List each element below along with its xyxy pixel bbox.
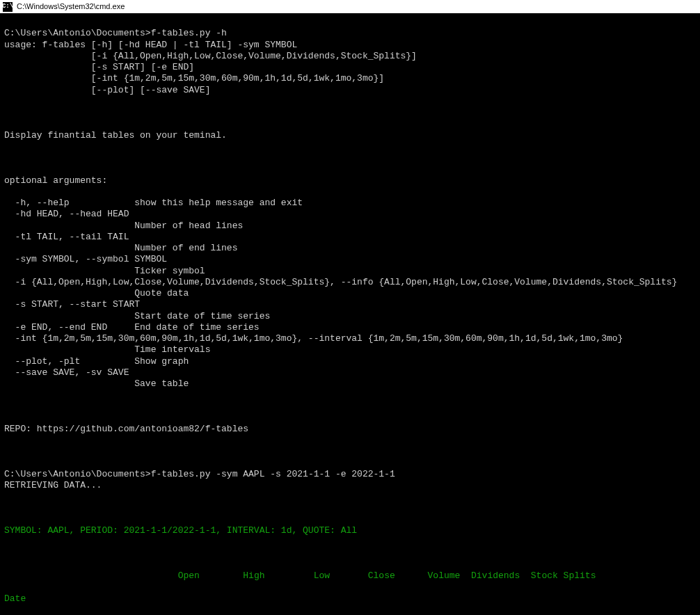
summary-line: SYMBOL: AAPL, PERIOD: 2021-1-1/2022-1-1,… (4, 525, 696, 536)
usage-block: usage: f-tables [-h] [-hd HEAD | -tl TAI… (4, 40, 696, 96)
optional-args-header: optional arguments: (4, 175, 696, 186)
arg-line: -h, --help show this help message and ex… (4, 198, 696, 209)
usage-line: [-s START] [-e END] (4, 62, 696, 73)
prompt-line-2: C:\Users\Antonio\Documents>f-tables.py -… (4, 469, 395, 479)
description-line: Display finantial tables on your teminal… (4, 130, 696, 141)
arg-line: Time intervals (4, 344, 696, 356)
arg-line: Ticker symbol (4, 266, 696, 277)
usage-line: usage: f-tables [-h] [-hd HEAD | -tl TAI… (4, 40, 696, 51)
table-header-row: Open High Low Close Volume Dividends Sto… (4, 570, 696, 582)
arg-line: -i {All,Open,High,Low,Close,Volume,Divid… (4, 277, 696, 288)
index-label-row: Date (4, 593, 696, 605)
arg-line: -s START, --start START (4, 299, 696, 310)
arg-line: --save SAVE, -sv SAVE (4, 367, 696, 378)
cmd-icon: C:\ (3, 2, 13, 12)
arg-line: Save table (4, 378, 696, 390)
arg-line: Number of head lines (4, 221, 696, 232)
usage-line: [-i {All,Open,High,Low,Close,Volume,Divi… (4, 51, 696, 62)
window-title: C:\Windows\System32\cmd.exe (17, 2, 125, 12)
arg-line: -int {1m,2m,5m,15m,30m,60m,90m,1h,1d,5d,… (4, 333, 696, 344)
arg-line: -hd HEAD, --head HEAD (4, 209, 696, 220)
arg-line: -e END, --end END End date of time serie… (4, 322, 696, 333)
repo-line: REPO: https://github.com/antonioam82/f-t… (4, 424, 696, 435)
usage-line: [--plot] [--save SAVE] (4, 85, 696, 96)
arg-line: -tl TAIL, --tail TAIL (4, 232, 696, 243)
terminal-output[interactable]: C:\Users\Antonio\Documents>f-tables.py -… (0, 14, 700, 615)
arg-line: -sym SYMBOL, --symbol SYMBOL (4, 254, 696, 265)
arg-line: Quote data (4, 288, 696, 299)
arg-line: Start date of time series (4, 311, 696, 322)
arg-line: Number of end lines (4, 243, 696, 254)
retrieving-line: RETRIEVING DATA... (4, 480, 696, 491)
prompt-line-1: C:\Users\Antonio\Documents>f-tables.py -… (4, 28, 227, 38)
args-block: -h, --help show this help message and ex… (4, 198, 696, 390)
usage-line: [-int {1m,2m,5m,15m,30m,60m,90m,1h,1d,5d… (4, 73, 696, 84)
window-titlebar[interactable]: C:\ C:\Windows\System32\cmd.exe (0, 0, 700, 14)
arg-line: --plot, -plt Show graph (4, 356, 696, 367)
